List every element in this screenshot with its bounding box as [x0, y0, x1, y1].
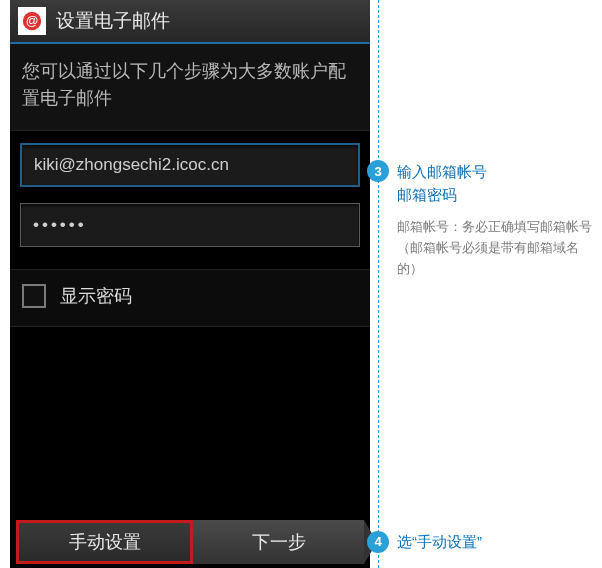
annotation-step-3: 3 输入邮箱帐号 邮箱密码 邮箱帐号：务必正确填写邮箱帐号 （邮箱帐号必须是带有…	[378, 160, 602, 280]
annot4-text: 选“手动设置”	[397, 533, 482, 550]
next-button[interactable]: 下一步	[193, 520, 364, 564]
step-number-3: 3	[367, 160, 389, 182]
annot3-line2: 邮箱密码	[397, 183, 602, 206]
annot3-note1: 邮箱帐号：务必正确填写邮箱帐号	[397, 217, 602, 238]
titlebar: @ 设置电子邮件	[10, 0, 370, 44]
page-title: 设置电子邮件	[56, 8, 170, 34]
manual-setup-label: 手动设置	[69, 530, 141, 554]
email-input[interactable]	[20, 143, 360, 187]
annotation-step-4: 4 选“手动设置”	[378, 530, 482, 553]
form-area	[10, 131, 370, 269]
guide-line	[378, 0, 379, 568]
manual-setup-button[interactable]: 手动设置	[16, 520, 193, 564]
show-password-checkbox[interactable]	[22, 284, 46, 308]
annot3-note2: （邮箱帐号必须是带有邮箱域名的）	[397, 238, 602, 281]
phone-frame: @ 设置电子邮件 您可以通过以下几个步骤为大多数账户配置电子邮件 显示密码 手动…	[10, 0, 370, 568]
bottom-bar: 手动设置 下一步	[10, 516, 370, 568]
svg-text:@: @	[26, 14, 39, 28]
annot3-line1: 输入邮箱帐号	[397, 160, 602, 183]
step-number-4: 4	[367, 531, 389, 553]
instruction-text: 您可以通过以下几个步骤为大多数账户配置电子邮件	[10, 44, 370, 131]
show-password-row[interactable]: 显示密码	[10, 269, 370, 327]
next-label: 下一步	[252, 530, 306, 554]
email-app-icon: @	[18, 7, 46, 35]
show-password-label: 显示密码	[60, 284, 132, 308]
password-input[interactable]	[20, 203, 360, 247]
